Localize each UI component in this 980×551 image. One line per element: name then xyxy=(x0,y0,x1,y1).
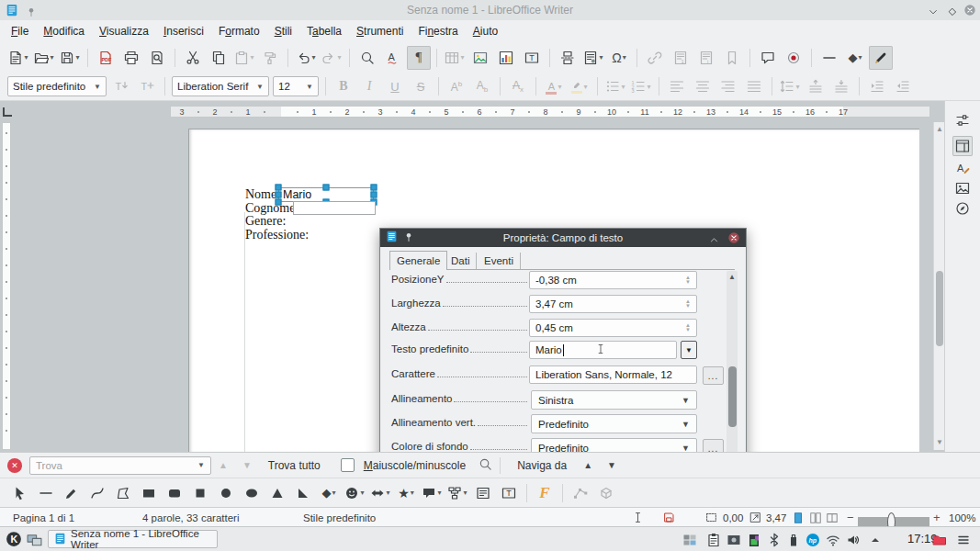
dropdown-arrow-icon[interactable]: ▾ xyxy=(623,53,626,62)
ellipse-button[interactable] xyxy=(240,481,264,505)
word-count-status[interactable]: 4 parole, 33 caratteri xyxy=(142,508,239,527)
pin-icon[interactable] xyxy=(403,230,414,246)
dropdown-arrow-icon[interactable]: ▾ xyxy=(795,83,799,91)
dropdown-arrow-icon[interactable]: ▾ xyxy=(332,489,335,497)
navigate-previous-button[interactable]: ▲ xyxy=(576,460,600,470)
panel-menu-icon[interactable] xyxy=(955,532,972,548)
allineamento-vert--dropdown[interactable]: Predefinito▼ xyxy=(531,414,697,433)
dropdown-arrow-icon[interactable]: ▾ xyxy=(583,83,587,91)
paragraph-style-combobox[interactable]: Stile predefinito▼ xyxy=(7,76,107,96)
document-text-line[interactable]: Professione: xyxy=(245,229,309,242)
font-name-combobox[interactable]: Liberation Serif▼ xyxy=(172,76,269,96)
red-folder-icon[interactable] xyxy=(931,532,948,548)
insert-horizontal-line-button[interactable] xyxy=(817,46,841,70)
text-form-field-cognome[interactable] xyxy=(293,201,376,215)
cut-button[interactable] xyxy=(181,46,205,70)
open-button[interactable]: ▾ xyxy=(32,46,56,70)
freeform-line-button[interactable] xyxy=(60,481,84,505)
formatting-marks-button[interactable]: ¶ xyxy=(407,46,431,70)
window-titlebar[interactable]: Senza nome 1 - LibreOffice Writer xyxy=(0,0,980,21)
chevron-down-icon[interactable]: ▼ xyxy=(300,83,313,91)
insert-image-button[interactable] xyxy=(468,46,492,70)
dialog-tab-eventi[interactable]: Eventi xyxy=(478,253,521,269)
styles-deck-icon[interactable]: A xyxy=(952,158,973,178)
selection-handle[interactable] xyxy=(323,185,330,191)
hp-printer-icon[interactable]: hp xyxy=(805,532,821,548)
dropdown-arrow-icon[interactable]: ▾ xyxy=(437,489,441,497)
tab-stop-selector[interactable] xyxy=(3,107,12,117)
dropdown-arrow-icon[interactable]: ▾ xyxy=(75,53,79,62)
sidebar-settings-icon[interactable] xyxy=(952,110,973,130)
show-draw-functions-button[interactable] xyxy=(869,46,893,70)
stars-button[interactable]: ★▾ xyxy=(394,481,418,505)
zoom-level-value[interactable]: 100% xyxy=(949,508,975,527)
zoom-out-button[interactable]: − xyxy=(847,508,854,527)
selection-handle[interactable] xyxy=(276,192,282,198)
insert-comment-button[interactable] xyxy=(756,46,780,70)
default-text-dropdown-button[interactable]: ▼ xyxy=(681,341,697,359)
find-and-replace-button[interactable] xyxy=(355,46,379,70)
navigate-next-button[interactable]: ▼ xyxy=(600,460,624,470)
chevron-down-icon[interactable]: ▼ xyxy=(197,461,205,469)
maximize-button[interactable] xyxy=(947,5,958,21)
book-view-icon[interactable] xyxy=(826,508,839,527)
dialog-scrollbar-thumb[interactable] xyxy=(728,366,737,427)
insert-page-break-button[interactable] xyxy=(556,46,580,70)
menu-inserisci[interactable]: Inserisci xyxy=(156,22,211,40)
curve-button[interactable] xyxy=(85,481,109,505)
dropdown-arrow-icon[interactable]: ▾ xyxy=(558,83,561,91)
dialog-scroll-up-icon[interactable]: ▲ xyxy=(727,273,738,281)
dropdown-arrow-icon[interactable]: ▾ xyxy=(360,489,364,497)
print-preview-button[interactable] xyxy=(145,46,169,70)
horizontal-ruler[interactable]: 3211234567891011121314151617 xyxy=(170,106,930,118)
dropdown-arrow-icon[interactable]: ▾ xyxy=(250,53,253,62)
virtual-desktops-icon[interactable] xyxy=(681,532,698,548)
close-find-bar-button[interactable]: ✕ xyxy=(7,458,22,473)
dropdown-arrow-icon[interactable]: ▾ xyxy=(463,489,467,497)
match-case-checkbox[interactable] xyxy=(341,458,355,472)
single-page-view-icon[interactable] xyxy=(792,508,805,527)
dialog-tab-generale[interactable]: Generale xyxy=(389,251,447,270)
dialog-collapse-icon[interactable] xyxy=(709,232,719,249)
isosceles-triangle-button[interactable] xyxy=(265,481,289,505)
find-and-replace-icon[interactable] xyxy=(479,457,492,474)
chevron-down-icon[interactable]: ▼ xyxy=(88,83,101,91)
block-arrows-button[interactable]: ▾ xyxy=(368,481,392,505)
dropdown-arrow-icon[interactable]: ▾ xyxy=(858,53,862,62)
rounded-rectangle-button[interactable] xyxy=(163,481,186,505)
document-text-line[interactable]: Cognome: xyxy=(245,202,299,215)
volume-icon[interactable] xyxy=(845,532,862,548)
font-size-combobox[interactable]: 12▼ xyxy=(273,76,319,96)
application-launcher-icon[interactable]: K xyxy=(6,531,22,547)
selection-handle[interactable] xyxy=(276,199,282,206)
chevron-down-icon[interactable]: ▼ xyxy=(681,444,690,453)
find-all-button[interactable]: Trova tutto xyxy=(259,459,330,472)
dropdown-arrow-icon[interactable]: ▾ xyxy=(50,53,53,62)
new-document-button[interactable]: ▾ xyxy=(6,46,30,70)
clipboard-icon[interactable] xyxy=(705,532,722,548)
vertical-ruler[interactable] xyxy=(2,122,11,450)
polygon-button[interactable] xyxy=(111,481,135,505)
spelling-button[interactable]: A xyxy=(381,46,405,70)
unsaved-changes-icon[interactable] xyxy=(663,508,675,527)
font-browse-button[interactable]: ... xyxy=(703,366,724,385)
chevron-down-icon[interactable]: ▼ xyxy=(681,396,690,405)
insert-textbox-button[interactable]: T xyxy=(520,46,544,70)
default-text-input[interactable]: Mario xyxy=(529,341,677,359)
insert-field-button[interactable]: ▾ xyxy=(581,46,605,70)
close-button[interactable] xyxy=(963,4,976,20)
dropdown-arrow-icon[interactable]: ▾ xyxy=(647,83,650,91)
larghezza-spinner[interactable]: 3,47 cm▲▼ xyxy=(529,295,697,313)
multi-page-view-icon[interactable] xyxy=(809,508,822,527)
chevron-down-icon[interactable]: ▼ xyxy=(681,420,690,429)
usb-device-icon[interactable] xyxy=(785,532,802,548)
dialog-titlebar[interactable]: Proprietà: Campo di testo xyxy=(380,229,746,247)
screenshot-icon[interactable] xyxy=(726,532,742,548)
properties-deck-icon[interactable] xyxy=(952,136,973,156)
dialog-close-button[interactable] xyxy=(727,231,740,248)
spinner-arrows-icon[interactable]: ▲▼ xyxy=(685,323,691,332)
dialog-tab-dati[interactable]: Dati xyxy=(445,253,477,269)
record-track-changes-button[interactable] xyxy=(782,46,805,70)
dropdown-arrow-icon[interactable]: ▾ xyxy=(24,53,28,62)
selection-handle[interactable] xyxy=(371,192,377,198)
